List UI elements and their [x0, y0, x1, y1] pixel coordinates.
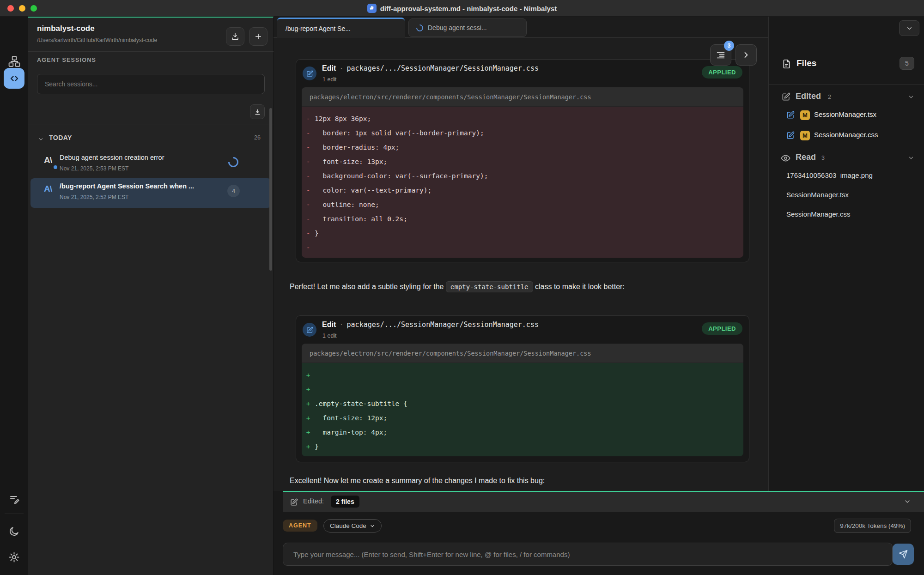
- eye-icon: [781, 153, 790, 163]
- code-icon: [9, 73, 20, 84]
- diff-marker: -: [302, 144, 315, 151]
- diff-line: margin-top: 4px;: [315, 429, 387, 436]
- session-date: Nov 21, 2025, 2:52 PM EST: [60, 194, 128, 200]
- tool-target: packages/.../SessionManager/SessionManag…: [347, 321, 539, 329]
- search-sessions-input[interactable]: [37, 74, 264, 94]
- tab-debug-agent[interactable]: Debug agent sessi...: [408, 18, 527, 37]
- tool-name: Edit: [322, 321, 336, 329]
- diff-line: font-size: 12px;: [315, 414, 387, 422]
- files-total-badge: 5: [900, 57, 914, 70]
- file-path-bar: packages/electron/src/renderer/component…: [302, 344, 743, 363]
- diff-marker: -: [302, 129, 315, 137]
- workflow-icon[interactable]: [0, 55, 28, 67]
- read-section-header[interactable]: Read 3: [769, 151, 924, 167]
- edit-pencil-icon: [290, 498, 298, 506]
- settings-gear-icon[interactable]: [0, 551, 28, 563]
- import-session-button[interactable]: [226, 27, 244, 46]
- new-session-button[interactable]: [249, 27, 267, 46]
- agent-mode-badge: AGENT: [283, 520, 317, 532]
- assistant-message: Excellent! Now let me create a summary o…: [290, 477, 752, 485]
- chevron-down-icon: [38, 136, 44, 142]
- edited-file-item[interactable]: M SessionManager.tsx: [769, 108, 924, 124]
- model-selector[interactable]: Claude Code: [323, 519, 382, 533]
- sidebar-scrollbar[interactable]: [269, 108, 272, 271]
- rail-divider: [5, 514, 24, 514]
- activity-rail: [0, 17, 28, 575]
- edit-card-header[interactable]: Edit · packages/.../SessionManager/Sessi…: [296, 60, 749, 87]
- modified-badge: M: [800, 110, 810, 120]
- tool-name: Edit: [322, 64, 336, 73]
- chevron-down-icon[interactable]: [904, 498, 911, 505]
- diff-line: transition: all 0.2s;: [315, 215, 407, 223]
- files-title: Files: [796, 58, 816, 68]
- panel-dropdown-button[interactable]: [899, 20, 919, 36]
- applied-badge: APPLIED: [702, 322, 742, 335]
- edited-bar-label: Edited:: [303, 497, 324, 505]
- diff-line: 12px 8px 36px;: [315, 115, 371, 122]
- tab-bar: /bug-report Agent Se... Debug agent sess…: [274, 17, 768, 38]
- edit-pencil-icon: [303, 323, 316, 337]
- edited-file-item[interactable]: M SessionManager.css: [769, 128, 924, 144]
- tab-bug-report[interactable]: /bug-report Agent Se...: [277, 18, 405, 38]
- diff-marker: +: [302, 414, 315, 422]
- diff-block: packages/electron/src/renderer/component…: [302, 87, 743, 258]
- chevron-right-icon: [742, 50, 751, 60]
- tab-label: /bug-report Agent Se...: [286, 25, 351, 32]
- compose-icon[interactable]: [0, 494, 28, 505]
- next-button[interactable]: [736, 44, 757, 66]
- chevron-down-icon: [908, 94, 914, 100]
- message-text: Excellent! Now let me create a summary o…: [290, 477, 545, 484]
- edited-files-bar[interactable]: Edited: 2 files: [283, 491, 924, 512]
- edit-tool-card: Edit · packages/.../SessionManager/Sessi…: [296, 59, 749, 262]
- diff-line: outline: none;: [315, 201, 379, 208]
- diff-line: }: [315, 443, 319, 450]
- edited-label: Edited: [796, 91, 821, 101]
- files-header: Files 5: [769, 58, 924, 79]
- chevron-down-icon: [908, 155, 914, 161]
- today-group-header[interactable]: TODAY 26: [28, 130, 274, 148]
- edited-files-chip: 2 files: [331, 496, 359, 508]
- outline-button[interactable]: 3: [710, 44, 731, 66]
- loading-spinner-icon: [415, 23, 425, 32]
- edit-pencil-icon: [782, 92, 790, 101]
- theme-moon-icon[interactable]: [0, 526, 28, 537]
- diff-line: border-radius: 4px;: [315, 144, 399, 151]
- read-label: Read: [796, 152, 816, 162]
- diff-block: packages/electron/src/renderer/component…: [302, 344, 743, 456]
- message-input[interactable]: [283, 543, 892, 565]
- diff-marker: -: [302, 244, 315, 251]
- session-count-badge: 4: [227, 185, 240, 197]
- today-label: TODAY: [49, 134, 72, 141]
- send-button[interactable]: [893, 544, 914, 565]
- scroll-to-bottom-button[interactable]: [250, 104, 265, 119]
- read-file-item[interactable]: 1763410056303_image.png: [786, 171, 920, 185]
- message-input-box: [283, 543, 893, 566]
- diff-line: color: var(--text-primary);: [315, 187, 432, 194]
- files-panel: Files 5 Edited 2 M SessionManager.tsx: [768, 17, 924, 491]
- titlebar: # diff-approval-system.md - nimbalyst-co…: [0, 0, 924, 17]
- edited-section-header[interactable]: Edited 2: [769, 91, 924, 106]
- read-file-item[interactable]: SessionManager.tsx: [786, 191, 920, 205]
- code-sessions-nav-button[interactable]: [4, 68, 24, 89]
- read-file-item[interactable]: SessionManager.css: [786, 210, 920, 224]
- sessions-sidebar: nimbalyst-code /Users/karlwirth/GitHub/K…: [28, 17, 274, 575]
- session-item-bug-report[interactable]: A\ /bug-report Agent Session Search when…: [30, 178, 271, 208]
- inline-code: empty-state-subtitle: [446, 281, 533, 292]
- separator: ·: [340, 64, 342, 73]
- file-name: SessionManager.tsx: [814, 110, 876, 118]
- outline-list-icon: [716, 50, 726, 60]
- claude-icon: A\: [44, 155, 52, 165]
- project-name: nimbalyst-code: [37, 24, 95, 33]
- edit-card-header[interactable]: Edit · packages/.../SessionManager/Sessi…: [296, 316, 749, 344]
- project-path: /Users/karlwirth/GitHub/KarlWirth/nimbal…: [37, 37, 157, 43]
- edit-pencil-icon: [786, 111, 795, 119]
- diff-marker: -: [302, 187, 315, 194]
- diff-marker: -: [302, 115, 315, 122]
- diff-marker: +: [302, 371, 315, 379]
- file-path-bar: packages/electron/src/renderer/component…: [302, 87, 743, 107]
- diff-marker: +: [302, 400, 315, 407]
- session-item-debug[interactable]: A\ Debug agent session creation error No…: [30, 150, 271, 179]
- edit-tool-card: Edit · packages/.../SessionManager/Sessi…: [296, 315, 749, 462]
- tool-target: packages/.../SessionManager/SessionManag…: [347, 64, 539, 73]
- divider: [28, 51, 274, 52]
